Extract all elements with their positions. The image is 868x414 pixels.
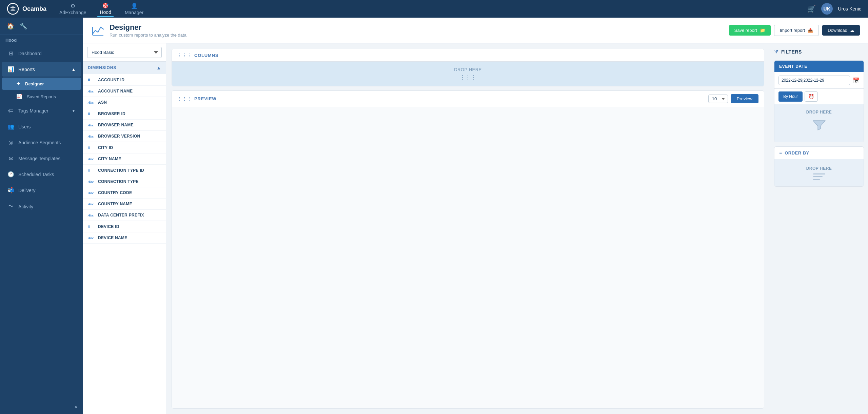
sidebar-tools-icon[interactable]: 🔧 — [18, 21, 28, 31]
sidebar-item-scheduled-tasks[interactable]: 🕐 Scheduled Tasks — [2, 167, 81, 182]
page-header: Designer Run custom reports to analyze t… — [83, 18, 868, 43]
nav-item-adexchange[interactable]: ⚙ AdExchange — [57, 1, 89, 17]
app-logo[interactable]: Ocamba — [7, 3, 46, 15]
download-button[interactable]: Download ☁ — [822, 25, 860, 36]
center-panel: ⋮⋮⋮ COLUMNS DROP HERE ⋮⋮⋮ ⋮⋮⋮ PREVIEW — [166, 43, 770, 414]
sidebar-item-activity[interactable]: 〜 Activity — [2, 199, 81, 214]
dim-label: BROWSER ID — [98, 111, 125, 116]
dim-label: BROWSER NAME — [98, 123, 134, 127]
list-item[interactable]: Abc BROWSER VERSION — [83, 131, 166, 142]
list-item[interactable]: Abc BROWSER NAME — [83, 120, 166, 131]
sidebar-sub-label: Saved Reports — [27, 94, 56, 99]
avatar[interactable]: UK — [821, 3, 833, 15]
user-name: Uros Kenic — [838, 6, 861, 12]
dim-label: COUNTRY CODE — [98, 190, 132, 195]
list-item[interactable]: Abc DATA CENTER PREFIX — [83, 210, 166, 221]
save-report-button[interactable]: Save report 📁 — [729, 25, 771, 36]
import-icon: 📤 — [808, 28, 813, 33]
type-hash-icon: # — [88, 145, 95, 150]
preview-rows-select[interactable]: 10 25 50 100 — [708, 95, 728, 103]
content-area: Hood Basic Hood Advanced DIMENSIONS ▲ # … — [83, 43, 868, 414]
title-text-block: Designer Run custom reports to analyze t… — [110, 23, 186, 38]
sidebar-item-reports[interactable]: 📊 Reports ▲ — [2, 62, 81, 77]
order-drop-zone[interactable]: DROP HERE — [774, 159, 864, 186]
sidebar-item-saved-reports[interactable]: 📈 Saved Reports — [2, 90, 81, 103]
sidebar-item-tags-manager[interactable]: 🏷 Tags Manager ▼ — [2, 104, 81, 118]
calendar-icon[interactable]: 📅 — [853, 77, 860, 84]
list-item[interactable]: # CITY ID — [83, 142, 166, 153]
sidebar-item-designer[interactable]: ✦ Designer — [2, 78, 81, 90]
sidebar-item-delivery[interactable]: 📬 Delivery — [2, 183, 81, 198]
import-report-button[interactable]: Import report 📤 — [774, 25, 819, 36]
sidebar-item-message-templates[interactable]: ✉ Message Templates — [2, 151, 81, 166]
list-item[interactable]: Abc COUNTRY CODE — [83, 187, 166, 199]
report-type-select[interactable]: Hood Basic Hood Advanced — [87, 47, 162, 58]
columns-drop-icon: ⋮⋮⋮ — [460, 74, 476, 81]
type-abc-icon: Abc — [88, 134, 95, 138]
type-abc-icon: Abc — [88, 157, 95, 161]
order-drop-text: DROP HERE — [806, 166, 832, 171]
by-hour-button[interactable]: By Hour — [778, 91, 803, 102]
columns-drop-zone[interactable]: DROP HERE ⋮⋮⋮ — [172, 62, 764, 86]
list-item[interactable]: Abc ACCOUNT NAME — [83, 86, 166, 97]
list-item[interactable]: # ACCOUNT ID — [83, 74, 166, 86]
list-item[interactable]: Abc COUNTRY NAME — [83, 199, 166, 210]
notification-icon[interactable]: 🛒 — [807, 5, 816, 13]
adexchange-icon: ⚙ — [71, 3, 75, 9]
dropdown-selector: Hood Basic Hood Advanced — [83, 43, 166, 62]
sidebar-item-label: Delivery — [18, 188, 36, 193]
columns-section-header: ⋮⋮⋮ COLUMNS — [172, 49, 764, 62]
designer-page-icon — [91, 24, 105, 37]
list-item[interactable]: # CONNECTION TYPE ID — [83, 165, 166, 176]
preview-body — [172, 107, 764, 408]
top-nav-items: ⚙ AdExchange 🎯 Hood 👤 Manager — [57, 1, 797, 17]
sidebar-item-users[interactable]: 👥 Users — [2, 119, 81, 134]
date-range-input[interactable] — [778, 76, 850, 85]
sidebar-item-audience-segments[interactable]: ◎ Audience Segments — [2, 135, 81, 150]
nav-item-manager[interactable]: 👤 Manager — [122, 1, 146, 17]
download-icon: ☁ — [850, 28, 854, 33]
sidebar: 🏠 🔧 Hood ⊞ Dashboard 📊 Reports ▲ ✦ Desig… — [0, 18, 83, 414]
filters-header: ⧩ FILTERS — [774, 47, 864, 56]
nav-item-hood[interactable]: 🎯 Hood — [97, 1, 114, 17]
tags-icon: 🏷 — [7, 108, 14, 114]
sidebar-collapse-button[interactable]: « — [0, 400, 83, 414]
sidebar-item-label: Audience Segments — [18, 140, 61, 145]
time-settings-button[interactable]: ⏰ — [805, 91, 818, 102]
date-input-row: 📅 — [774, 72, 864, 89]
preview-button[interactable]: Preview — [731, 94, 758, 103]
dim-label: DEVICE NAME — [98, 235, 127, 240]
hood-icon: 🎯 — [102, 2, 109, 9]
dim-label: DEVICE ID — [98, 224, 119, 229]
type-abc-icon: Abc — [88, 213, 95, 217]
dim-label: BROWSER VERSION — [98, 134, 140, 139]
type-abc-icon: Abc — [88, 123, 95, 127]
dimensions-collapse-icon[interactable]: ▲ — [156, 65, 161, 70]
import-report-label: Import report — [780, 28, 805, 33]
main-layout: 🏠 🔧 Hood ⊞ Dashboard 📊 Reports ▲ ✦ Desig… — [0, 18, 868, 414]
dim-label: CITY NAME — [98, 157, 121, 161]
top-nav-right: 🛒 UK Uros Kenic — [807, 3, 861, 15]
save-icon: 📁 — [760, 28, 765, 33]
delivery-icon: 📬 — [7, 187, 14, 193]
dim-label: CONNECTION TYPE — [98, 179, 139, 184]
filter-drop-zone[interactable]: DROP HERE — [774, 104, 864, 142]
sidebar-item-dashboard[interactable]: ⊞ Dashboard — [2, 46, 81, 61]
type-abc-icon: Abc — [88, 236, 95, 240]
list-item[interactable]: Abc ASN — [83, 97, 166, 108]
audience-icon: ◎ — [7, 139, 14, 146]
list-item[interactable]: Abc DEVICE NAME — [83, 232, 166, 244]
type-hash-icon: # — [88, 77, 95, 82]
list-item[interactable]: Abc CONNECTION TYPE — [83, 176, 166, 187]
sidebar-home-icon[interactable]: 🏠 — [5, 21, 16, 31]
columns-section: ⋮⋮⋮ COLUMNS DROP HERE ⋮⋮⋮ — [172, 49, 764, 86]
preview-section: ⋮⋮⋮ PREVIEW 10 25 50 100 Preview — [172, 90, 764, 409]
list-item[interactable]: # DEVICE ID — [83, 221, 166, 232]
list-item[interactable]: # BROWSER ID — [83, 108, 166, 120]
filter-funnel-large-icon — [811, 117, 827, 137]
list-item[interactable]: Abc CITY NAME — [83, 153, 166, 165]
sidebar-item-label: Users — [18, 124, 31, 129]
dim-label: DATA CENTER PREFIX — [98, 213, 144, 218]
page-subtitle: Run custom reports to analyze the data — [110, 33, 186, 38]
manager-icon: 👤 — [131, 3, 138, 9]
